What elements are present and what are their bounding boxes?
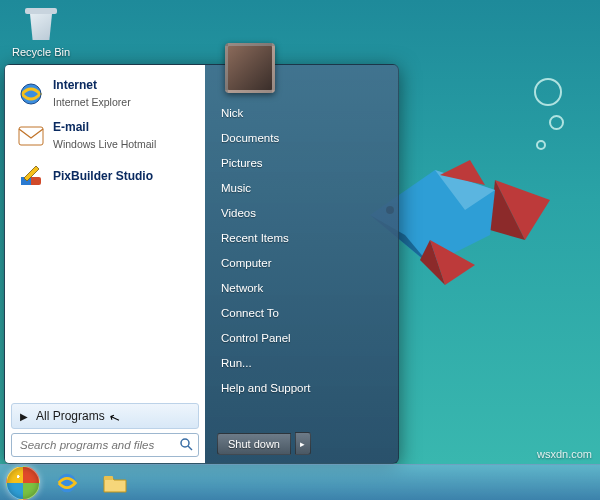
- pinned-item-title: PixBuilder Studio: [53, 169, 153, 183]
- pinned-item-title: Internet: [53, 78, 131, 92]
- ie-icon: [17, 80, 45, 108]
- shutdown-button[interactable]: Shut down: [217, 433, 291, 455]
- watermark-text: wsxdn.com: [537, 448, 592, 460]
- pinned-item-email[interactable]: E-mail Windows Live Hotmail: [11, 115, 199, 157]
- pinned-programs-list: Internet Internet Explorer E-mail Window…: [5, 71, 205, 197]
- start-menu-link-nick[interactable]: Nick: [217, 101, 390, 125]
- svg-rect-17: [104, 476, 113, 480]
- mail-icon: [17, 122, 45, 150]
- pixbuilder-icon: [17, 162, 45, 190]
- mouse-cursor-icon: ↖: [107, 409, 122, 427]
- desktop[interactable]: Recycle Bin Internet Internet Explorer: [0, 0, 600, 500]
- recycle-bin-icon: [21, 4, 61, 44]
- start-menu-left-pane: Internet Internet Explorer E-mail Window…: [5, 65, 205, 463]
- start-menu-link-connect-to[interactable]: Connect To: [217, 301, 390, 325]
- pinned-item-internet[interactable]: Internet Internet Explorer: [11, 73, 199, 115]
- pinned-item-pixbuilder[interactable]: PixBuilder Studio: [11, 157, 199, 195]
- start-menu-link-music[interactable]: Music: [217, 176, 390, 200]
- triangle-right-icon: ▸: [300, 439, 305, 449]
- bubble-decoration: [549, 115, 564, 130]
- taskbar: [0, 464, 600, 500]
- pinned-item-subtitle: Internet Explorer: [53, 96, 131, 108]
- svg-point-14: [181, 439, 189, 447]
- search-input[interactable]: [11, 433, 199, 457]
- desktop-icon-label: Recycle Bin: [6, 46, 76, 58]
- start-menu-link-recent-items[interactable]: Recent Items: [217, 226, 390, 250]
- start-orb[interactable]: [6, 466, 40, 500]
- start-menu-link-computer[interactable]: Computer: [217, 251, 390, 275]
- pinned-item-title: E-mail: [53, 120, 156, 134]
- start-menu-link-videos[interactable]: Videos: [217, 201, 390, 225]
- start-menu: Internet Internet Explorer E-mail Window…: [4, 64, 399, 464]
- ie-icon: [55, 471, 79, 495]
- taskbar-item-explorer[interactable]: [94, 469, 136, 497]
- taskbar-item-ie[interactable]: [46, 469, 88, 497]
- start-menu-link-network[interactable]: Network: [217, 276, 390, 300]
- start-menu-link-pictures[interactable]: Pictures: [217, 151, 390, 175]
- start-menu-link-help-and-support[interactable]: Help and Support: [217, 376, 390, 400]
- svg-rect-11: [19, 127, 43, 145]
- svg-line-15: [188, 446, 192, 450]
- start-menu-link-run[interactable]: Run...: [217, 351, 390, 375]
- search-icon: [180, 438, 193, 454]
- user-picture[interactable]: [225, 43, 275, 93]
- shutdown-options-button[interactable]: ▸: [295, 432, 311, 455]
- start-menu-link-documents[interactable]: Documents: [217, 126, 390, 150]
- bubble-decoration: [534, 78, 562, 106]
- start-menu-link-control-panel[interactable]: Control Panel: [217, 326, 390, 350]
- desktop-icon-recycle-bin[interactable]: Recycle Bin: [6, 4, 76, 58]
- all-programs-button[interactable]: ▶ All Programs ↖: [11, 403, 199, 429]
- all-programs-label: All Programs: [36, 409, 105, 423]
- pinned-item-subtitle: Windows Live Hotmail: [53, 138, 156, 150]
- start-menu-right-pane: NickDocumentsPicturesMusicVideosRecent I…: [205, 65, 398, 463]
- triangle-right-icon: ▶: [20, 411, 28, 422]
- folder-icon: [102, 472, 128, 494]
